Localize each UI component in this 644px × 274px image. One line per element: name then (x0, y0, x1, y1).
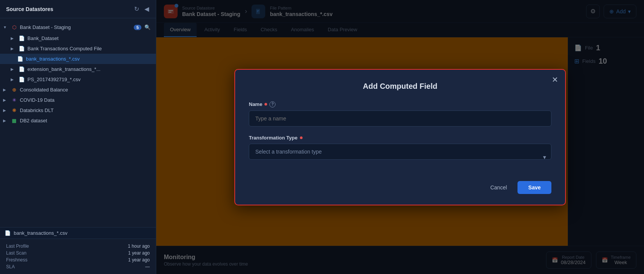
star-icon: ✳ (11, 97, 18, 103)
chevron-right-icon: ▶ (3, 108, 8, 112)
sidebar-item-label: PS_20174392719_*.csv (27, 77, 151, 82)
sidebar-item-db2-dataset[interactable]: ▶ ▦ DB2 dataset (0, 115, 156, 126)
sidebar-active-file[interactable]: 📄 bank_transactions_*.csv (0, 227, 156, 239)
last-profile-value: 1 hour ago (128, 244, 150, 249)
transformation-type-select[interactable]: Select a transformation type (249, 144, 551, 160)
freshness-value: 1 year ago (128, 257, 150, 263)
transformation-label-text: Transformation Type (249, 135, 298, 141)
sidebar-header: Source Datastores ↻ ◀ (0, 0, 156, 18)
refresh-button[interactable]: ↻ (133, 5, 140, 13)
chevron-right-icon: ▶ (11, 67, 16, 71)
name-field-label: Name ? (249, 101, 551, 107)
sidebar-header-icons: ↻ ◀ (133, 5, 150, 13)
db-icon: ▦ (11, 118, 18, 123)
file-icon: 📄 (18, 35, 25, 41)
layers-icon: ❋ (11, 107, 18, 113)
sidebar-item-label: Databricks DLT (20, 107, 151, 113)
sidebar-item-label: Bank Dataset - Staging (20, 24, 131, 30)
sidebar-item-bank-transactions-computed[interactable]: ▶ 📄 Bank Transactions Computed File (0, 43, 156, 54)
sidebar-title: Source Datastores (6, 6, 53, 12)
database-icon: ⬡ (11, 24, 18, 30)
cancel-button[interactable]: Cancel (484, 181, 513, 194)
active-file-label: bank_transactions_*.csv (14, 230, 67, 236)
sidebar-item-label: Bank Transactions Computed File (27, 46, 151, 51)
chevron-down-icon: ▼ (3, 25, 8, 29)
sidebar-item-extension-bank-transactions[interactable]: ▶ 📄 extension_bank_transactions_*... (0, 64, 156, 74)
transformation-required-indicator (300, 136, 303, 139)
sidebar-item-consolidated-balance[interactable]: ▶ ⊕ Consolidated Balance (0, 85, 156, 95)
sidebar-tree: ▼ ⬡ Bank Dataset - Staging 5 🔍 ▶ 📄 Bank_… (0, 18, 156, 227)
save-button[interactable]: Save (517, 181, 551, 194)
search-icon[interactable]: 🔍 (144, 24, 151, 31)
collapse-sidebar-button[interactable]: ◀ (144, 5, 150, 13)
chevron-right-icon: ▶ (3, 98, 8, 102)
last-profile-label: Last Profile (6, 244, 29, 249)
last-scan-label: Last Scan (6, 250, 26, 256)
modal-footer: Cancel Save (249, 181, 551, 194)
sla-label: SLA (6, 264, 15, 269)
file-icon: 📄 (18, 66, 25, 72)
sidebar-item-covid19[interactable]: ▶ ✳ COVID-19 Data (0, 95, 156, 105)
sidebar-item-label: bank_transactions_*.csv (26, 56, 151, 62)
sidebar-item-bank-dataset[interactable]: ▶ 📄 Bank_Dataset (0, 33, 156, 43)
sidebar-stats: Last Profile 1 hour ago Last Scan 1 year… (0, 239, 156, 274)
add-computed-field-modal: ✕ Add Computed Field Name ? Transformati… (234, 69, 566, 205)
file-csv-icon: 📄 (17, 56, 24, 62)
transformation-type-wrapper: Select a transformation type ▾ (249, 144, 551, 170)
globe-icon: ⊕ (11, 87, 18, 93)
last-scan-value: 1 year ago (128, 250, 150, 256)
sidebar-item-label: extension_bank_transactions_*... (27, 66, 151, 72)
badge-count: 5 (134, 25, 141, 30)
chevron-right-icon: ▶ (3, 88, 8, 92)
transformation-type-label: Transformation Type (249, 135, 551, 141)
modal-overlay: ✕ Add Computed Field Name ? Transformati… (156, 0, 644, 274)
chevron-right-icon: ▶ (11, 36, 16, 40)
file-icon: 📄 (18, 77, 25, 82)
chevron-right-icon: ▶ (11, 46, 16, 51)
modal-title: Add Computed Field (249, 82, 551, 91)
sidebar-item-databricks-dlt[interactable]: ▶ ❋ Databricks DLT (0, 105, 156, 115)
sla-value: — (145, 264, 150, 269)
name-input[interactable] (249, 111, 551, 127)
modal-close-button[interactable]: ✕ (552, 75, 558, 84)
chevron-right-icon: ▶ (11, 77, 16, 82)
file-icon: 📄 (5, 230, 11, 236)
sidebar-item-label: Consolidated Balance (20, 87, 151, 93)
sidebar-item-bank-transactions-csv[interactable]: 📄 bank_transactions_*.csv (0, 54, 156, 64)
sidebar-item-bank-dataset-staging[interactable]: ▼ ⬡ Bank Dataset - Staging 5 🔍 (0, 21, 156, 33)
name-label-text: Name (249, 101, 262, 107)
name-help-icon[interactable]: ? (269, 101, 276, 107)
sidebar-item-ps-file[interactable]: ▶ 📄 PS_20174392719_*.csv (0, 74, 156, 85)
sidebar: Source Datastores ↻ ◀ ▼ ⬡ Bank Dataset -… (0, 0, 156, 274)
chevron-right-icon: ▶ (3, 119, 8, 123)
sidebar-item-label: DB2 dataset (20, 118, 151, 123)
sidebar-item-label: COVID-19 Data (20, 97, 151, 103)
file-icon: 📄 (18, 46, 25, 51)
main-content: Source Datastore Bank Dataset - Staging … (156, 0, 644, 274)
freshness-label: Freshness (6, 257, 27, 263)
sidebar-item-label: Bank_Dataset (27, 35, 151, 41)
name-required-indicator (264, 103, 267, 106)
